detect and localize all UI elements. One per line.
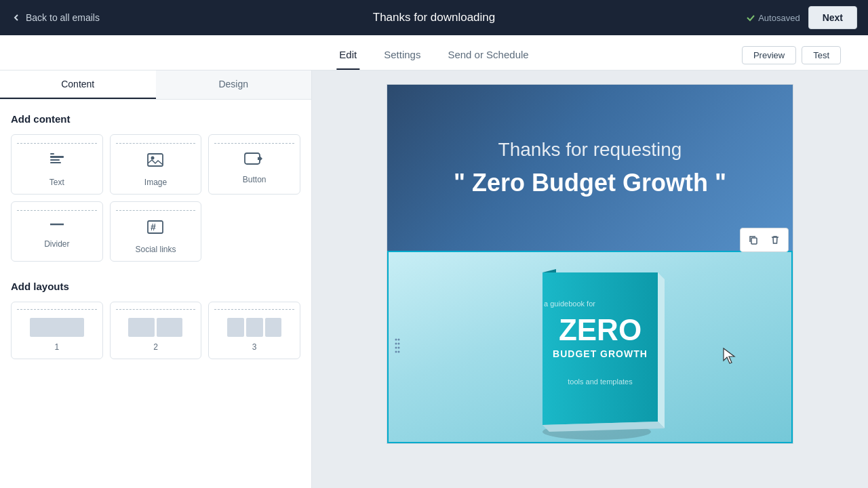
book-illustration: a guidebook for ZERO BUDGET GROWTH tools… [502,252,678,442]
content-item-button[interactable]: Button [208,134,300,195]
top-bar: Back to all emails Thanks for downloadin… [0,0,868,35]
tab-bar-actions: Preview Test [742,46,841,70]
image-item-label: Image [144,178,167,187]
svg-rect-2 [50,162,61,163]
svg-rect-1 [50,159,60,161]
back-label: Back to all emails [26,12,100,23]
divider-item-label: Divider [44,239,69,249]
main-tabs: Edit Settings Send or Schedule [336,35,531,70]
tab-send-schedule[interactable]: Send or Schedule [445,35,531,70]
social-item-label: Social links [135,245,176,254]
social-icon: # [146,218,165,239]
svg-point-5 [151,157,155,160]
sidebar-tab-design[interactable]: Design [156,70,312,99]
button-item-label: Button [243,175,267,184]
svg-rect-0 [50,156,64,158]
autosaved-indicator: Autosaved [746,13,800,23]
tab-settings[interactable]: Settings [381,35,423,70]
text-icon [47,150,66,172]
top-bar-actions: Autosaved Next [746,6,857,29]
email-canvas: Thanks for requesting " Zero Budget Grow… [312,70,868,488]
tab-edit[interactable]: Edit [336,35,359,70]
svg-rect-4 [148,154,163,166]
sidebar: Content Design Add content Text [0,70,312,488]
svg-point-12 [398,339,400,341]
content-item-social[interactable]: # Social links [110,201,202,262]
book-tagline: tools and templates [568,378,633,386]
content-items-grid: Text Image [11,134,300,262]
checkmark-icon [746,13,755,22]
svg-rect-10 [751,238,757,244]
divider-icon [47,218,66,234]
image-icon [146,150,165,172]
sidebar-tab-content[interactable]: Content [0,70,156,99]
svg-point-17 [395,351,397,353]
email-header-line1: Thanks for requesting [498,139,682,161]
content-item-image[interactable]: Image [110,134,202,195]
svg-rect-6 [245,153,260,164]
layout-1col-label: 1 [54,342,59,352]
svg-point-15 [395,347,397,349]
layout-item-1col[interactable]: 1 [11,302,103,359]
svg-point-13 [395,343,397,345]
sidebar-tabs: Content Design [0,70,311,100]
svg-point-18 [398,351,400,353]
layout-item-3col[interactable]: 3 [208,302,300,359]
test-button[interactable]: Test [802,46,841,64]
book-subtitle: a guidebook for [544,300,595,308]
svg-text:#: # [151,222,156,232]
layout-3col-label: 3 [252,342,257,352]
layout-items-grid: 1 2 3 [11,302,300,359]
svg-point-11 [395,339,397,341]
button-icon [243,150,265,169]
book-title-zero: ZERO [559,313,642,346]
content-item-divider[interactable]: Divider [11,201,103,262]
delete-button[interactable] [765,230,785,249]
tabs-bar: Edit Settings Send or Schedule Preview T… [0,35,868,70]
cursor-pointer [721,347,737,370]
email-image-block[interactable]: a guidebook for ZERO BUDGET GROWTH tools… [387,251,793,443]
duplicate-button[interactable] [743,230,764,249]
back-arrow-icon [11,12,22,23]
layout-2col-label: 2 [153,342,158,352]
email-header-line2: " Zero Budget Growth " [454,169,726,197]
back-to-emails-link[interactable]: Back to all emails [11,12,100,23]
add-content-title: Add content [11,113,300,125]
next-button[interactable]: Next [808,6,857,29]
svg-rect-3 [50,153,54,155]
content-item-text[interactable]: Text [11,134,103,195]
add-layouts-title: Add layouts [11,281,300,292]
svg-point-14 [398,343,400,345]
layout-item-2col[interactable]: 2 [110,302,202,359]
book-title-budget: BUDGET GROWTH [553,348,648,359]
block-toolbar [740,228,789,252]
preview-button[interactable]: Preview [742,46,796,64]
text-item-label: Text [50,178,64,187]
page-title: Thanks for downloading [373,11,496,24]
main-layout: Content Design Add content Text [0,70,868,488]
email-header-block[interactable]: Thanks for requesting " Zero Budget Grow… [387,85,793,251]
email-container: Thanks for requesting " Zero Budget Grow… [387,84,793,444]
drag-handle[interactable] [391,333,403,361]
svg-point-16 [398,347,400,349]
